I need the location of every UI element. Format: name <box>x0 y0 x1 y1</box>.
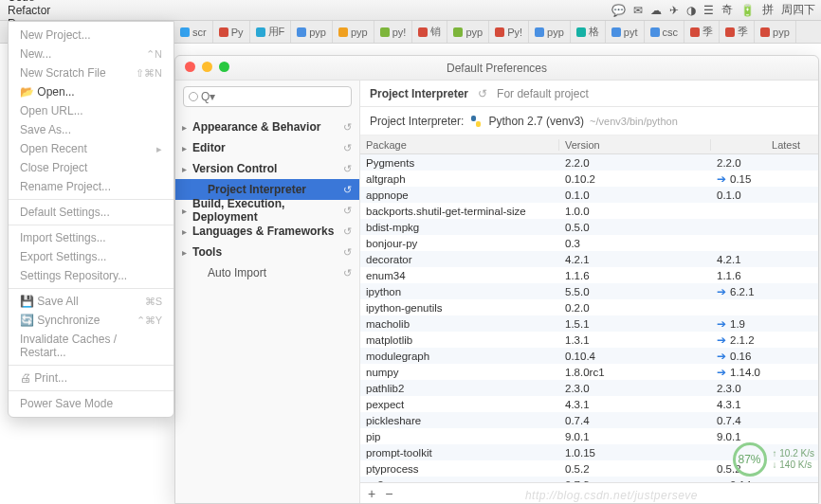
menu-item-label: 📂 Open... <box>20 85 75 99</box>
editor-tab[interactable]: pyр <box>755 21 796 43</box>
package-version: 4.3.1 <box>559 399 711 410</box>
package-name: modulegraph <box>360 351 559 362</box>
tray-icon[interactable]: ☰ <box>703 4 714 17</box>
tray-icon[interactable]: 拼 <box>762 2 774 18</box>
package-row[interactable]: ipython5.5.0➔6.2.1 <box>360 283 818 299</box>
pref-category[interactable]: ▸Build, Execution, Deployment↺ <box>175 200 359 221</box>
package-row[interactable]: enum341.1.61.1.6 <box>360 267 818 283</box>
pref-category[interactable]: Auto Import↺ <box>175 262 359 283</box>
col-package[interactable]: Package <box>360 139 559 151</box>
package-row[interactable]: backports.shutil-get-terminal-size1.0.0 <box>360 203 818 219</box>
editor-tab[interactable]: Py! <box>489 21 529 43</box>
tray-icon[interactable]: ✉︎ <box>633 4 643 17</box>
package-row[interactable]: bonjour-py0.3 <box>360 235 818 251</box>
reset-icon[interactable]: ↺ <box>343 184 352 196</box>
close-icon[interactable] <box>185 62 195 72</box>
reset-icon[interactable]: ↺ <box>343 225 352 238</box>
package-row[interactable]: pexpect4.3.14.3.1 <box>360 396 818 412</box>
menu-refactor[interactable]: Refactor <box>0 4 60 17</box>
editor-tab[interactable]: csc <box>645 21 685 43</box>
editor-tab[interactable]: 季 <box>684 21 720 43</box>
file-menu-item[interactable]: 📂 Open... <box>9 82 173 101</box>
remove-package-button[interactable]: − <box>385 486 392 501</box>
editor-tab[interactable]: Py <box>213 21 250 43</box>
reset-icon[interactable]: ↺ <box>343 163 352 175</box>
package-row[interactable]: pickleshare0.7.40.7.4 <box>360 412 818 428</box>
editor-tab[interactable]: 格 <box>571 21 606 43</box>
minimize-icon[interactable] <box>202 62 212 72</box>
window-traffic-lights[interactable] <box>185 62 229 72</box>
editor-tab[interactable]: pyр <box>333 21 374 43</box>
pref-category[interactable]: ▸Editor↺ <box>175 137 359 158</box>
packages-rows[interactable]: Pygments2.2.02.2.0altgraph0.10.2➔0.15app… <box>360 154 818 482</box>
editor-tab[interactable]: scr <box>174 21 213 43</box>
package-version: 1.8.0rc1 <box>559 367 711 378</box>
interpreter-value[interactable]: Python 2.7 (venv3) <box>488 115 584 128</box>
editor-tab[interactable]: pyр <box>529 21 571 43</box>
tray-icon[interactable]: 周四下 <box>781 2 815 18</box>
package-row[interactable]: Pygments2.2.02.2.0 <box>360 154 818 171</box>
package-version: 0.1.0 <box>559 189 711 201</box>
package-row[interactable]: numpy1.8.0rc1➔1.14.0 <box>360 364 818 380</box>
package-version: 5.5.0 <box>559 286 711 297</box>
package-name: bonjour-py <box>360 238 559 249</box>
file-menu-item: New Scratch File⇧⌘N <box>9 63 173 82</box>
editor-tab[interactable]: pyр <box>447 21 489 43</box>
reset-icon[interactable]: ↺ <box>343 267 352 279</box>
file-menu-item: 🖨 Print... <box>9 369 173 387</box>
tray-icon[interactable]: 🔋 <box>740 4 755 17</box>
zoom-icon[interactable] <box>219 62 229 72</box>
package-latest: 4.3.1 <box>711 399 806 410</box>
reset-icon[interactable]: ↺ <box>343 246 352 259</box>
package-version: 1.0.0 <box>559 206 711 217</box>
editor-tab[interactable]: py! <box>374 21 413 43</box>
pref-category[interactable]: ▸Languages & Frameworks↺ <box>175 221 359 242</box>
window-titlebar: Default Preferences <box>175 56 818 81</box>
package-row[interactable]: bdist-mpkg0.5.0 <box>360 219 818 235</box>
window-title: Default Preferences <box>447 62 547 75</box>
tray-icon[interactable]: ◑ <box>686 4 696 17</box>
reset-icon[interactable]: ↺ <box>478 87 487 100</box>
editor-tab[interactable]: pyр <box>291 21 333 43</box>
file-menu-item: Invalidate Caches / Restart... <box>9 330 173 362</box>
reset-icon[interactable]: ↺ <box>343 142 352 154</box>
editor-tab[interactable]: 季 <box>720 21 755 43</box>
package-row[interactable]: decorator4.2.14.2.1 <box>360 251 818 267</box>
reset-icon[interactable]: ↺ <box>343 121 352 134</box>
tab-icon <box>180 27 190 37</box>
preferences-search-input[interactable] <box>183 86 352 107</box>
reset-icon[interactable]: ↺ <box>343 205 352 217</box>
tab-icon <box>495 27 504 37</box>
editor-tab[interactable]: pyt <box>606 21 645 43</box>
menu-item-label: Default Settings... <box>20 206 110 219</box>
package-row[interactable]: matplotlib1.3.1➔2.1.2 <box>360 332 818 348</box>
pref-category-label: Editor <box>192 141 339 154</box>
editor-tab[interactable]: 用F <box>250 21 292 43</box>
package-row[interactable]: macholib1.5.1➔1.9 <box>360 315 818 332</box>
col-latest[interactable]: Latest <box>711 139 806 151</box>
preferences-content: Project Interpreter ↺ For default projec… <box>360 81 818 503</box>
col-version[interactable]: Version <box>559 139 711 151</box>
pref-category[interactable]: ▸Tools↺ <box>175 242 359 262</box>
package-row[interactable]: ipython-genutils0.2.0 <box>360 299 818 315</box>
package-version: 1.5.1 <box>559 318 711 330</box>
breadcrumb-scope: For default project <box>497 87 589 100</box>
package-row[interactable]: appnope0.1.00.1.0 <box>360 187 818 203</box>
file-menu-item: Settings Repository... <box>9 266 173 285</box>
editor-tab[interactable]: 销 <box>412 21 447 43</box>
pref-category[interactable]: ▸Appearance & Behavior↺ <box>175 117 359 137</box>
tray-icon[interactable]: ☁︎ <box>650 4 662 17</box>
chevron-right-icon: ▸ <box>179 206 189 216</box>
package-row[interactable]: py2app0.7.3➔0.14 <box>360 477 818 482</box>
tray-icon[interactable]: 💬 <box>611 4 626 17</box>
speed-down: ↓ 140 K/s <box>773 459 814 471</box>
tray-icon[interactable]: ✈︎ <box>669 4 679 17</box>
pref-category[interactable]: ▸Version Control↺ <box>175 158 359 179</box>
package-row[interactable]: modulegraph0.10.4➔0.16 <box>360 348 818 364</box>
package-name: prompt-toolkit <box>360 447 559 459</box>
file-menu-item: Default Settings... <box>9 203 173 222</box>
add-package-button[interactable]: + <box>368 486 375 501</box>
package-row[interactable]: altgraph0.10.2➔0.15 <box>360 171 818 187</box>
package-row[interactable]: pathlib22.3.02.3.0 <box>360 380 818 396</box>
tray-icon[interactable]: 奇 <box>721 2 733 18</box>
